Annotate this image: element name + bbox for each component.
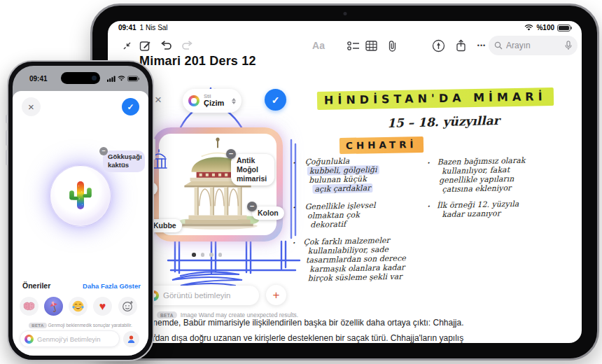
- describe-image-input[interactable]: [163, 291, 253, 300]
- remove-tag-button[interactable]: –: [226, 149, 236, 159]
- remove-tag-button[interactable]: –: [247, 202, 257, 211]
- page-dot[interactable]: [218, 253, 223, 257]
- checklist-button[interactable]: [344, 36, 363, 55]
- ipad-status-bar: 09:411 Nis Sal: [118, 24, 168, 31]
- volume-down-button: [6, 150, 8, 165]
- image-tag[interactable]: – Kolon: [252, 206, 284, 220]
- apple-intelligence-icon: [188, 95, 200, 106]
- remove-tag-button[interactable]: –: [99, 147, 108, 155]
- heart-emoji-button[interactable]: ♥: [93, 297, 112, 316]
- battery-icon: [557, 24, 572, 31]
- ipad-screen: 09:411 Nis Sal %100 Aa: [108, 21, 582, 343]
- search-icon: [494, 41, 503, 50]
- front-camera-icon: [343, 12, 346, 15]
- search-field[interactable]: [489, 36, 578, 55]
- redo-button[interactable]: [178, 36, 196, 55]
- dynamic-island: [61, 72, 100, 84]
- brain-emoji-button[interactable]: [20, 297, 38, 316]
- page-dot[interactable]: [201, 253, 205, 257]
- minimize-icon[interactable]: [118, 36, 136, 55]
- signal-icon: [107, 76, 115, 82]
- ipad-status-right: %100: [524, 24, 572, 31]
- wifi-icon: [524, 24, 533, 31]
- markup-button[interactable]: [429, 36, 447, 55]
- battery-percent: %100: [536, 24, 554, 31]
- table-button[interactable]: [362, 36, 380, 55]
- ipad-device: 09:411 Nis Sal %100 Aa: [90, 4, 599, 360]
- iphone-screen: 09:41 × ✓: [13, 66, 148, 356]
- confirm-button[interactable]: ✓: [122, 98, 139, 115]
- page-dots[interactable]: [192, 253, 222, 257]
- page-dot[interactable]: [209, 253, 214, 257]
- wifi-icon: [118, 76, 125, 82]
- clock: 09:41: [118, 24, 136, 31]
- apple-intelligence-icon: [24, 335, 34, 344]
- handwritten-bullet: · Bazen bağımsız olarak kullanılıyor, fa…: [435, 156, 526, 195]
- search-input[interactable]: [506, 41, 561, 50]
- compose-button[interactable]: [136, 36, 154, 55]
- close-button[interactable]: ×: [22, 97, 41, 116]
- mic-icon[interactable]: [565, 41, 572, 50]
- image-tag[interactable]: – Antik Moğol mimarisi: [231, 154, 274, 186]
- clock: 09:41: [29, 75, 48, 83]
- beta-notice: BETA Genmoji beklenmedik sonuçlar yarata…: [13, 323, 148, 328]
- chevron-up-down-icon: [232, 98, 236, 104]
- format-button[interactable]: Aa: [309, 36, 328, 55]
- power-button: [153, 139, 155, 160]
- suggestions-label: Öneriler: [22, 281, 50, 290]
- person-icon: [127, 335, 135, 344]
- note-paragraph-line: ılardan dışa doğru uzanan ve kirişlerle …: [144, 333, 472, 343]
- joy-emoji-button[interactable]: [69, 297, 88, 316]
- style-value: Çizim: [204, 99, 224, 108]
- handwritten-bullet: · Çoğunlukla kubbeli, gölgeliği bulunan …: [300, 156, 379, 194]
- iphone-device: 09:41 × ✓: [7, 60, 154, 361]
- new-emoji-button[interactable]: [118, 297, 137, 316]
- iphone-status-right: [107, 76, 139, 82]
- undo-button[interactable]: [157, 36, 175, 55]
- volume-up-button: [6, 130, 8, 146]
- handwritten-bullet: · İlk örneği 12. yüzyıla kadar uzanıyor: [435, 200, 519, 219]
- confirm-image-button[interactable]: ✓: [265, 89, 286, 111]
- person-button[interactable]: [123, 331, 139, 347]
- genmoji-tag[interactable]: – Gökkuşağı kaktüs: [103, 150, 145, 172]
- genmoji-sheet: × ✓: [13, 91, 148, 356]
- handwritten-section: CHHATRİ: [340, 139, 424, 151]
- umbrella-genmoji-button[interactable]: [44, 297, 63, 316]
- page-title: Mimari 201 Ders 12: [139, 54, 256, 69]
- describe-image-field[interactable]: [143, 286, 259, 305]
- battery-icon: [127, 76, 139, 82]
- share-button[interactable]: [451, 36, 470, 55]
- stage: 09:411 Nis Sal %100 Aa: [0, 0, 602, 364]
- handwritten-title: HİNDİSTAN'DA MİMARİ: [317, 90, 554, 107]
- genmoji-describe-input[interactable]: [37, 335, 115, 343]
- date: 1 Nis Sal: [140, 24, 168, 31]
- action-button: [6, 115, 8, 123]
- page-dot[interactable]: [192, 253, 196, 257]
- attachment-button[interactable]: [383, 36, 401, 55]
- rainbow-cactus-genmoji: [66, 178, 94, 213]
- genmoji-describe-field[interactable]: [20, 330, 120, 347]
- beta-badge: BETA: [29, 323, 47, 328]
- handwritten-bullet: · Çok farklı malzemeler kullanılabiliyor…: [300, 235, 406, 283]
- handwritten-subtitle: 15 – 18. yüzyıllar: [387, 113, 500, 130]
- show-more-link[interactable]: Daha Fazla Göster: [83, 282, 141, 290]
- handwritten-bullet: · Genellikle işlevsel olmaktan çok dekor…: [301, 201, 377, 230]
- style-picker[interactable]: Stil Çizim: [183, 89, 241, 113]
- add-button[interactable]: +: [266, 285, 286, 305]
